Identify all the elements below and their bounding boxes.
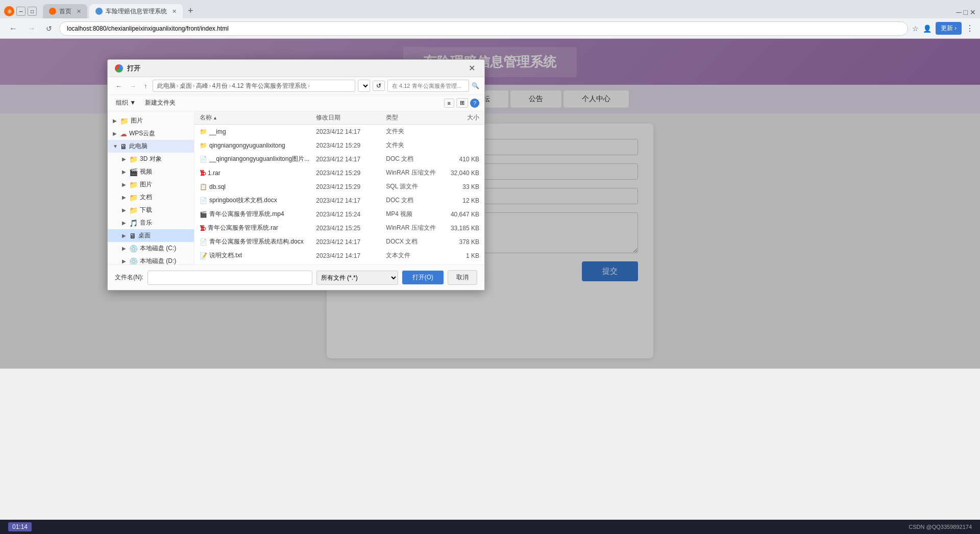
sidebar-label-3d: 3D 对象	[140, 155, 162, 163]
sep2: ›	[193, 82, 195, 89]
filetype-select[interactable]: 所有文件 (*.*)	[316, 271, 398, 285]
arrow-desktop: ▶	[122, 233, 127, 238]
tab2-close[interactable]: ✕	[172, 8, 177, 15]
sidebar-item-desktop[interactable]: ▶ 🖥 桌面	[108, 229, 194, 242]
view-icons-btn[interactable]: ⊞	[456, 98, 468, 108]
browser-close-btn[interactable]: ✕	[970, 8, 976, 16]
sidebar-item-3d[interactable]: ▶ 📁 3D 对象	[108, 153, 194, 165]
sidebar-item-video[interactable]: ▶ 🎬 视频	[108, 165, 194, 178]
computer-icon: 🖥	[120, 142, 127, 151]
sep1: ›	[177, 82, 179, 89]
dialog-up-btn[interactable]: ↑	[141, 81, 150, 91]
filename-input[interactable]	[148, 271, 312, 285]
file-row-4[interactable]: 📋db.sql 2023/4/12 15:29 SQL 源文件 33 KB	[194, 180, 484, 193]
folder-icon-downloads: 📁	[129, 206, 138, 214]
status-time: 01:14	[8, 522, 32, 531]
music-icon: 🎵	[129, 219, 138, 227]
sep5: ›	[308, 82, 310, 89]
sidebar-item-downloads[interactable]: ▶ 📁 下载	[108, 204, 194, 216]
file-row-9[interactable]: 📝说明文档.txt 2023/4/12 14:17 文本文件 1 KB	[194, 249, 484, 262]
sidebar-item-wps[interactable]: ▶ ☁ WPS云盘	[108, 127, 194, 140]
back-btn[interactable]: ←	[6, 23, 20, 34]
arrow-3d: ▶	[122, 156, 127, 162]
dialog-forward-btn[interactable]: →	[127, 81, 139, 91]
arrow-video: ▶	[122, 169, 127, 175]
sidebar-label-computer: 此电脑	[129, 142, 148, 151]
sidebar-label-video: 视频	[140, 167, 152, 176]
sidebar-item-pics-top[interactable]: ▶ 📁 图片	[108, 114, 194, 127]
sidebar-label-desktop: 桌面	[138, 231, 151, 240]
breadcrumb-bar[interactable]: 此电脑 › 桌面 › 高峰 › 4月份 › 4.12 青年公寓服务管理系统 ›	[153, 80, 356, 92]
col-type-header[interactable]: 类型	[386, 113, 442, 122]
file-row-1[interactable]: 📁qingniangongyuguanlixitong 2023/4/12 15…	[194, 138, 484, 152]
browser-menu-btn[interactable]: ⊕	[4, 6, 14, 16]
browser-restore-btn[interactable]: □	[964, 8, 968, 16]
new-tab-btn[interactable]: +	[185, 6, 197, 16]
sep4: ›	[229, 82, 231, 89]
folder-icon-pics: 📁	[129, 181, 138, 189]
col-name-header[interactable]: 名称 ▲	[200, 113, 316, 122]
maximize-btn[interactable]: □	[28, 7, 37, 16]
dialog-toolbar: ← → ↑ 此电脑 › 桌面 › 高峰 › 4月份 › 4.12 青年公寓服务管…	[108, 77, 484, 95]
file-row-6[interactable]: 🎬青年公寓服务管理系统.mp4 2023/4/12 15:24 MP4 视频 4…	[194, 207, 484, 221]
arrow-computer: ▼	[113, 143, 118, 149]
col-date-header[interactable]: 修改日期	[316, 113, 386, 122]
folder-icon-wps: ☁	[120, 130, 127, 138]
help-btn[interactable]: ?	[470, 99, 479, 108]
file-row-7[interactable]: 🗜青年公寓服务管理系统.rar 2023/4/12 15:25 WinRAR 压…	[194, 221, 484, 235]
sidebar-item-drive-d[interactable]: ▶ 💿 本地磁盘 (D:)	[108, 255, 194, 264]
view-list-btn[interactable]: ≡	[444, 99, 454, 108]
browser-min-btn[interactable]: ─	[957, 8, 962, 16]
sidebar-label-drive-d: 本地磁盘 (D:)	[140, 257, 176, 264]
arrow-drive-d: ▶	[122, 258, 127, 264]
dialog-title-text: 打开	[127, 64, 140, 73]
bookmark-btn[interactable]: ☆	[912, 25, 919, 33]
address-bar-row: ← → ↺ ☆ 👤 更新 › ⋮	[0, 18, 980, 39]
update-btn[interactable]: 更新 ›	[936, 22, 962, 35]
file-row-2[interactable]: 📄__qingniangongyuguanlixitong图片... 2023/…	[194, 152, 484, 166]
address-input[interactable]	[59, 21, 908, 36]
reload-btn[interactable]: ↺	[43, 23, 55, 34]
cancel-btn[interactable]: 取消	[448, 270, 477, 285]
dialog-back-btn[interactable]: ←	[113, 81, 125, 91]
desktop-icon: 🖥	[129, 232, 136, 240]
forward-btn[interactable]: →	[24, 23, 39, 34]
account-btn[interactable]: 👤	[923, 25, 932, 33]
minimize-btn[interactable]: ─	[16, 7, 26, 16]
file-list-header: 名称 ▲ 修改日期 类型 大小	[194, 111, 484, 125]
sidebar-item-drive-c[interactable]: ▶ 💿 本地磁盘 (C:)	[108, 242, 194, 255]
sidebar-item-pics[interactable]: ▶ 📁 图片	[108, 178, 194, 191]
sidebar-label-pics-top: 图片	[131, 116, 143, 125]
tab-home[interactable]: 首页 ✕	[43, 4, 87, 18]
dialog-close-btn[interactable]: ✕	[467, 63, 477, 73]
sidebar-item-computer[interactable]: ▼ 🖥 此电脑	[108, 140, 194, 153]
file-row-0[interactable]: 📁__img 2023/4/12 14:17 文件夹	[194, 125, 484, 138]
tab1-close[interactable]: ✕	[77, 8, 81, 15]
menu-btn[interactable]: ⋮	[966, 23, 974, 33]
tab1-icon	[49, 8, 56, 15]
open-btn[interactable]: 打开(O)	[402, 271, 444, 284]
file-row-8[interactable]: 📄青年公寓服务管理系统表结构.docx 2023/4/12 14:17 DOCX…	[194, 235, 484, 249]
search-input[interactable]	[387, 80, 469, 92]
file-row-5[interactable]: 📄springboot技术文档.docx 2023/4/12 14:17 DOC…	[194, 193, 484, 207]
filename-label: 文件名(N):	[115, 273, 143, 282]
new-folder-btn[interactable]: 新建文件夹	[142, 97, 179, 109]
drive-c-icon: 💿	[129, 245, 138, 253]
sidebar-label-docs: 文档	[140, 193, 152, 202]
dialog-titlebar: 打开 ✕	[108, 60, 484, 77]
col-size-header[interactable]: 大小	[442, 113, 479, 122]
search-icon: 🔍	[472, 82, 479, 89]
sidebar-item-docs[interactable]: ▶ 📁 文档	[108, 191, 194, 204]
tab1-label: 首页	[59, 7, 71, 16]
sidebar-item-music[interactable]: ▶ 🎵 音乐	[108, 216, 194, 229]
chrome-icon	[115, 64, 123, 72]
dialog-refresh-btn[interactable]: ↺	[373, 81, 385, 91]
organize-btn[interactable]: 组织 ▼	[113, 97, 139, 109]
dialog-body: ▶ 📁 图片 ▶ ☁ WPS云盘 ▼ 🖥 此电脑 ▶ 📁 3	[108, 111, 484, 264]
arrow-downloads: ▶	[122, 207, 127, 213]
file-row-10[interactable]: 📋写.sql 2023/4/12 14:33 SQL 源文件 15 KB	[194, 262, 484, 264]
sidebar-label-pics: 图片	[140, 180, 152, 189]
breadcrumb-dropdown[interactable]	[358, 80, 370, 92]
file-row-3[interactable]: 🗜1.rar 2023/4/12 15:29 WinRAR 压缩文件 32,04…	[194, 166, 484, 180]
tab-insurance[interactable]: 车险理赔信息管理系统 ✕	[89, 4, 183, 18]
